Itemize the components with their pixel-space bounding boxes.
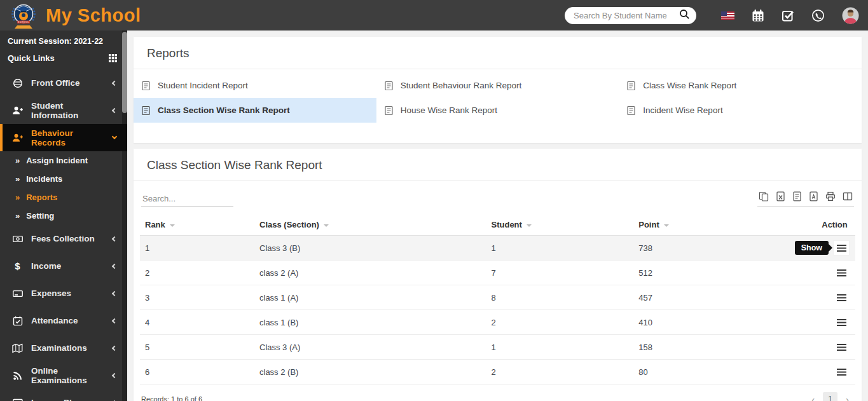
sidebar-item-behaviour-records[interactable]: Behaviour Records [0, 124, 127, 151]
cell-action [816, 261, 855, 285]
rss-icon [12, 370, 23, 381]
row-action-menu-button[interactable] [834, 365, 849, 379]
report-link-student-behaviour-rank[interactable]: Student Behaviour Rank Report [376, 73, 619, 98]
cell-rank: 4 [140, 310, 254, 335]
report-doc-icon [627, 81, 635, 91]
cell-action [816, 310, 855, 335]
column-header-rank[interactable]: Rank [140, 214, 254, 236]
pagination-page-1[interactable]: 1 [823, 392, 837, 401]
cell-point: 158 [633, 335, 816, 360]
report-link-incident-wise[interactable]: Incident Wise Report [619, 98, 862, 123]
sidebar-item-student-information[interactable]: Student Information [0, 97, 127, 124]
chevron-left-icon [112, 236, 117, 241]
sidebar-item-front-office[interactable]: Front Office [0, 69, 127, 97]
sidebar-item-expenses[interactable]: Expenses [0, 280, 127, 307]
cell-point: 738 [633, 236, 816, 261]
report-link-house-wise-rank[interactable]: House Wise Rank Report [376, 98, 619, 123]
submenu-item-assign-incident[interactable]: Assign Incident [0, 151, 127, 170]
school-logo-icon: SCHOOL [10, 1, 37, 30]
sidebar-item-online-examinations[interactable]: Online Examinations [0, 362, 127, 389]
copy-icon[interactable] [759, 191, 769, 201]
cell-rank: 5 [140, 335, 254, 360]
sidebar-item-label: Examinations [31, 343, 104, 353]
submenu-item-reports[interactable]: Reports [0, 188, 127, 207]
brand[interactable]: SCHOOL My School [0, 1, 203, 30]
cell-rank: 3 [140, 285, 254, 310]
row-action-menu-button[interactable] [834, 340, 849, 354]
cell-student: 1 [486, 335, 634, 360]
submenu-item-setting[interactable]: Setting [0, 207, 127, 225]
rank-report-card: Class Section Wise Rank Report [134, 149, 862, 401]
column-header-class-section[interactable]: Class (Section) [254, 214, 486, 236]
csv-icon[interactable] [792, 191, 802, 201]
report-link-label: Student Incident Report [158, 81, 248, 90]
cell-class-section: class 1 (A) [254, 285, 486, 310]
row-action-menu-button[interactable] [834, 290, 849, 304]
pagination-next-icon[interactable]: › [843, 393, 851, 401]
dollar-icon: $ [12, 261, 23, 271]
sidebar-item-label: Fees Collection [31, 234, 104, 243]
brand-title: My School [46, 5, 141, 26]
calendar-icon[interactable] [752, 9, 764, 22]
rank-table: Rank Class (Section) Student Point Actio… [140, 214, 855, 384]
sort-icon [170, 224, 175, 229]
chevron-left-icon [112, 318, 117, 323]
reports-card: Reports Student Incident Report Student … [134, 37, 862, 143]
sidebar-item-examinations[interactable]: Examinations [0, 334, 127, 362]
report-link-class-wise-rank[interactable]: Class Wise Rank Report [619, 73, 862, 98]
quick-links[interactable]: Quick Links [0, 50, 127, 69]
quick-links-label: Quick Links [8, 53, 55, 63]
columns-icon[interactable] [843, 191, 853, 201]
grid-icon [109, 54, 117, 62]
table-header-row: Rank Class (Section) Student Point Actio… [140, 214, 855, 236]
table-row: 5 Class 3 (A) 1 158 [140, 335, 855, 360]
table-search [141, 191, 233, 207]
cell-point: 457 [633, 285, 816, 310]
sidebar-item-lesson-plan[interactable]: Lesson Plan [0, 389, 127, 401]
sidebar-scrollbar-thumb[interactable] [122, 32, 127, 113]
user-avatar[interactable] [842, 7, 859, 24]
column-header-point[interactable]: Point [633, 214, 816, 236]
submenu-item-label: Assign Incident [26, 156, 88, 165]
records-summary: Records: 1 to 6 of 6 [141, 395, 202, 401]
sidebar-item-attendance[interactable]: Attendance [0, 307, 127, 334]
pagination-prev-icon[interactable]: ‹ [809, 393, 817, 401]
show-tooltip: Show [795, 241, 829, 255]
excel-icon[interactable] [776, 191, 785, 201]
language-flag-icon[interactable] [721, 11, 734, 20]
sidebar-item-label: Attendance [31, 316, 104, 325]
row-action-menu-button[interactable] [834, 315, 849, 329]
search-icon[interactable] [679, 9, 690, 22]
row-action-menu-button[interactable] [834, 266, 849, 280]
chevron-left-icon [112, 80, 117, 85]
student-search [565, 7, 696, 24]
sort-icon [527, 224, 532, 229]
sidebar-item-fees-collection[interactable]: Fees Collection [0, 225, 127, 252]
sidebar: Current Session: 2021-22 Quick Links Fro… [0, 31, 127, 401]
table-row: 4 class 1 (B) 2 410 [140, 310, 855, 335]
report-link-student-incident[interactable]: Student Incident Report [134, 73, 376, 98]
sidebar-item-label: Front Office [31, 78, 104, 88]
table-search-input[interactable] [141, 191, 233, 207]
svg-text:SCHOOL: SCHOOL [18, 21, 29, 24]
cell-student: 8 [486, 285, 634, 310]
student-search-input[interactable] [574, 11, 679, 20]
sidebar-item-income[interactable]: $ Income [0, 252, 127, 280]
chevron-down-icon [112, 134, 117, 139]
pdf-icon[interactable] [809, 191, 818, 201]
report-link-label: Student Behaviour Rank Report [401, 81, 522, 90]
submenu-item-label: Setting [26, 211, 54, 221]
report-link-class-section-wise-rank[interactable]: Class Section Wise Rank Report [134, 98, 376, 123]
cell-class-section: class 2 (A) [254, 261, 486, 285]
sidebar-item-label: Income [31, 261, 104, 271]
cell-student: 2 [486, 360, 634, 384]
cell-class-section: Class 3 (B) [254, 236, 486, 261]
whatsapp-icon[interactable] [811, 9, 825, 22]
column-header-student[interactable]: Student [486, 214, 634, 236]
print-icon[interactable] [825, 191, 836, 201]
report-doc-icon [385, 105, 393, 116]
cell-rank: 2 [140, 261, 254, 285]
submenu-item-incidents[interactable]: Incidents [0, 170, 127, 188]
task-check-icon[interactable] [782, 9, 794, 22]
cell-rank: 6 [140, 360, 254, 384]
